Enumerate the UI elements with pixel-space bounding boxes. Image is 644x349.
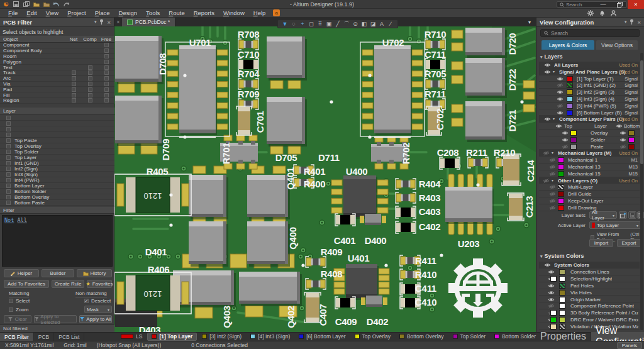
color-swatch[interactable] [550,310,557,316]
color-swatch[interactable] [559,310,565,316]
layer-tree-row[interactable]: Solder [539,136,640,143]
panels-button[interactable]: Panels [617,342,642,349]
document-tab-pcbdoc[interactable]: PCB.PcbDoc * [122,18,175,26]
layer-color-swatch[interactable] [567,96,573,102]
add-to-favorites-button[interactable]: Add To Favorites [4,280,49,288]
add-layer-set-icon[interactable] [619,211,627,219]
zoom-checkbox[interactable]: Zoom [9,307,28,313]
filter-expression-input[interactable]: Not All [2,215,113,267]
import-button[interactable]: Import [589,239,613,247]
bottom-color-swatch[interactable] [628,137,635,143]
close-panel-icon[interactable]: × [107,19,111,26]
active-layer-dropdown[interactable]: Top Layer▾ [589,221,641,229]
menu-project[interactable]: Project [63,9,91,18]
layer-tab-top-overlay[interactable]: Top Overlay [351,333,394,341]
layer-tree-row[interactable]: [3] Int2 (Sign) (3)Signal [539,89,640,96]
area-select-icon[interactable]: ◻ [308,20,314,28]
close-button[interactable]: × [628,0,644,9]
layer-filter-item[interactable] [0,121,114,126]
panel-menu-icon[interactable]: ▾ [625,19,627,25]
undo-icon[interactable] [53,1,60,8]
layer-color-swatch[interactable] [558,184,564,190]
layer-color-swatch[interactable] [567,110,573,116]
deselect-checkbox[interactable]: ✓Deselect [84,298,111,304]
layer-tree-row[interactable]: All LayersUsed On [539,62,640,69]
close-panel-icon[interactable]: × [637,19,641,26]
layer-tab-top-solder[interactable]: Top Solder [449,333,490,341]
mask-dropdown[interactable]: Mask▾ [84,306,112,313]
move-icon[interactable]: + [299,20,306,28]
helper-button[interactable]: Helper [4,269,39,277]
favorites-button[interactable]: ★ Favorites [87,280,112,288]
color-swatch[interactable] [559,269,565,275]
layer-tree-row[interactable]: [2] Int1 (GND) (2)Signal [539,82,640,89]
panel-tab-properties[interactable]: Properties [536,332,591,341]
apply-to-all-button[interactable]: Apply to All [79,315,112,323]
bottom-color-swatch[interactable] [628,144,635,150]
layers-section-header[interactable]: ▾Layers [540,53,563,60]
color-swatch[interactable] [559,276,565,282]
color-swatch[interactable] [559,324,565,330]
line-icon[interactable]: ∕ [387,20,394,28]
color-swatch[interactable] [550,324,557,330]
layer-tree-row[interactable]: ▾Signal And Plane Layers (S)Used On [539,69,640,75]
top-color-swatch[interactable] [570,137,577,143]
pin-icon[interactable] [630,19,634,26]
clear-button[interactable]: Clear [4,315,31,323]
history-button[interactable]: History [77,269,112,277]
layer-tab-bottom-overlay[interactable]: Bottom Overlay [396,333,448,341]
layer-tree-row[interactable]: TopLayerBottom [539,123,640,130]
grab-icon[interactable]: ⠿ [317,20,323,28]
select-checkbox[interactable]: Select [9,298,30,304]
top-color-swatch[interactable] [570,144,577,150]
layer-tree-row[interactable]: ▾Mechanical Layers (M)Used On [539,150,640,157]
close-document-icon[interactable]: × [114,19,122,25]
tab-layers-and-colors[interactable]: Layers & Colors [541,40,594,50]
layer-tree-row[interactable]: Drill Guide [539,191,640,197]
layer-tree-row[interactable]: Overlay [539,130,640,136]
pcb-board-view[interactable]: 12101210D708U701R708C710R704R709C701D709… [114,26,536,332]
menu-file[interactable]: File [4,9,22,18]
layer-tree-row[interactable]: [6] Bottom Layer (B)Signal [539,109,640,116]
open-folder2-icon[interactable] [43,1,50,8]
panel-tab-pcb-list[interactable]: PCB List [54,333,84,341]
system-color-row[interactable]: DRC Error / Waived DRC Error Markers [539,316,640,323]
layer-color-swatch[interactable] [558,171,564,177]
layer-color-swatch[interactable] [558,198,564,204]
layer-tab--4-int3-sign-[interactable]: [4] Int3 (Sign) [247,333,294,341]
panel-tab-pcb[interactable]: PCB [34,333,54,341]
system-color-row[interactable]: Pad Holes [539,282,640,289]
panel-menu-icon[interactable]: ▾ [94,19,97,25]
copy-icon[interactable] [23,1,30,8]
bottom-color-swatch[interactable] [628,130,635,136]
menu-tools[interactable]: Tools [142,9,164,18]
layer-tree-row[interactable]: [5] Int4 (PWR) (5)Signal [539,102,640,109]
system-color-row[interactable]: Origin Marker [539,296,640,303]
menu-place[interactable]: Place [91,9,114,18]
save-layer-set-icon[interactable] [628,211,636,219]
menu-route[interactable]: Route [164,9,189,18]
color-swatch[interactable] [559,297,565,302]
layer-tree-row[interactable]: Multi-Layer [539,184,640,191]
menu-view[interactable]: View [42,9,63,18]
layer-tree-row[interactable]: ▾Component Layer Pairs (C)Used On [539,116,640,123]
apply-to-selected-button[interactable]: Apply to Selected [34,315,77,323]
layer-set-ls[interactable]: LS [117,333,146,341]
panel-tab-pcb-filter[interactable]: PCB Filter [0,333,34,341]
via-icon[interactable]: ⊙ [352,20,358,28]
menu-design[interactable]: Design [114,9,142,18]
filter-icon[interactable]: ▼ [282,20,288,28]
measure-icon[interactable]: ⌒ [343,20,350,28]
color-swatch[interactable] [559,283,565,289]
layer-color-swatch[interactable] [567,76,573,82]
fill-icon[interactable]: ◧ [361,20,367,28]
component-icon[interactable]: ▣ [326,20,332,28]
layer-tree-row[interactable]: Mechanical 1M1 [539,157,640,163]
lasso-select-icon[interactable]: ◌ [291,20,297,28]
color-swatch[interactable] [559,303,565,309]
color-swatch[interactable] [550,276,557,282]
layer-color-swatch[interactable] [558,164,564,170]
layer-tab--3-int2-sign-[interactable]: [3] Int2 (Sign) [198,333,245,341]
layer-tree-row[interactable]: Mechanical 15M15 [539,170,640,177]
layer-tab--1-top-layer[interactable]: [1] Top Layer [147,333,197,341]
